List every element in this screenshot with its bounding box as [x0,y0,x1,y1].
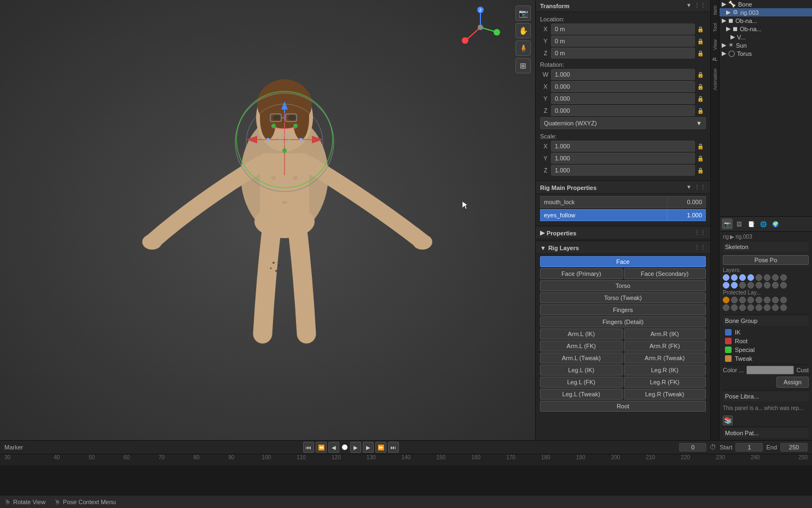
layer-dot-5[interactable] [756,274,762,281]
play-next-keyframe[interactable]: ⏩ [375,442,386,453]
location-x-lock[interactable]: 🔒 [695,24,706,34]
rig-btn-leg-l-ik[interactable]: Leg.L (IK) [540,365,623,376]
rig-layers-collapse[interactable]: ▼ [540,245,546,251]
rig-btn-leg-l-fk[interactable]: Leg.L (FK) [540,377,623,388]
eyes-follow-name[interactable]: eyes_follow [540,209,668,221]
props-scene-icon[interactable]: 🌐 [758,218,769,229]
rotation-w-lock[interactable]: 🔒 [695,69,706,80]
rotation-z-input[interactable]: 0.000 [551,105,695,116]
rig-btn-fingers[interactable]: Fingers [540,304,706,315]
layer-dot-6[interactable] [764,274,770,281]
play-next-frame[interactable]: ▶ [363,442,374,453]
outliner-item-obna2[interactable]: ▶ ◼ Ob-na... [720,25,812,33]
properties-section-header[interactable]: ▶ Properties ⋮⋮ [536,227,710,239]
props-world-icon[interactable]: 🌍 [770,218,781,229]
rig-layers-options[interactable]: ⋮⋮ [694,244,706,251]
rig-btn-leg-r-ik[interactable]: Leg.R (IK) [624,365,706,376]
location-y-lock[interactable]: 🔒 [695,36,706,47]
layer-dot-4[interactable] [747,274,754,281]
transform-options[interactable]: ⋮⋮ [694,2,706,9]
outliner-item-bone[interactable]: ▶ 🦴 Bone [720,0,812,8]
layer-dot-3[interactable] [739,274,746,281]
scale-x-lock[interactable]: 🔒 [695,141,706,152]
item-tab[interactable]: Item [711,2,719,19]
skeleton-section-header[interactable]: Skeleton [723,242,809,252]
layer-dot-7[interactable] [772,274,779,281]
rig-layers-header[interactable]: ▼ Rig Layers ⋮⋮ [536,242,710,254]
scale-y-input[interactable]: 1.000 [551,153,695,164]
play-prev-frame[interactable]: ◀ [328,442,339,453]
location-z-input[interactable]: 0 m [551,48,695,59]
rig-btn-arm-r-ik[interactable]: Arm.R (IK) [624,328,706,339]
play-btn[interactable]: ▶ [350,442,361,453]
protected-dot-6[interactable] [764,297,770,303]
layer-dot-1[interactable] [723,274,729,281]
animation-tab[interactable]: Animation [711,65,719,94]
rotation-y-lock[interactable]: 🔒 [695,93,706,104]
tool-tab[interactable]: Tool [711,20,719,36]
play-prev-keyframe[interactable]: ⏪ [316,442,327,453]
end-frame[interactable]: 250 [780,443,808,452]
mouth-lock-name[interactable]: mouth_lock [540,196,668,208]
protected-dot-2[interactable] [731,297,738,303]
rig-btn-torso[interactable]: Torso [540,280,706,291]
start-frame[interactable]: 1 [735,443,763,452]
rig-main-options[interactable]: ⋮⋮ [694,184,706,191]
grid-tool[interactable]: ⊞ [515,58,531,73]
color-preview[interactable] [746,366,794,374]
pose-library-header[interactable]: Pose Libra... [723,391,809,401]
bone-group-special[interactable]: Special [723,345,809,354]
scale-x-input[interactable]: 1.000 [551,141,695,152]
bone-group-root[interactable]: Root [723,337,809,345]
rotation-x-input[interactable]: 0.000 [551,81,695,92]
bone-group-tweak[interactable]: Tweak [723,354,809,363]
view-tab[interactable]: View [711,36,719,53]
rotation-mode-dropdown[interactable]: Quaternion (WXYZ) ▼ [540,117,706,129]
layer-dot-16[interactable] [780,282,787,288]
rotation-z-lock[interactable]: 🔒 [695,105,706,116]
rig-btn-face-primary[interactable]: Face (Primary) [540,268,623,279]
outliner-item-v[interactable]: ▶ V... [720,33,812,41]
location-z-lock[interactable]: 🔒 [695,48,706,59]
rig-btn-arm-l-tweak[interactable]: Arm.L (Tweak) [540,353,623,363]
layer-dot-11[interactable] [739,282,746,288]
protected-dot-5[interactable] [756,297,762,303]
rig-btn-leg-r-fk[interactable]: Leg.R (FK) [624,377,706,388]
layer-dot-13[interactable] [756,282,762,288]
protected-dot-16[interactable] [780,304,787,311]
props-render-icon[interactable]: 📷 [722,218,733,229]
pose-position-btn[interactable]: Pose Po [723,255,809,265]
rotation-w-input[interactable]: 1.000 [551,69,695,80]
rig-btn-fingers-detail[interactable]: Fingers (Detail) [540,316,706,327]
hand-tool[interactable]: ✋ [515,23,531,38]
rig-btn-face[interactable]: Face [540,256,706,267]
timeline-ruler-area[interactable]: 30 40 50 60 70 80 90 100 110 120 130 140… [0,454,812,495]
rig-main-properties-header[interactable]: Rig Main Properties ▼ ⋮⋮ [536,182,710,194]
rig-main-collapse-arrow[interactable]: ▼ [686,184,692,191]
transform-section-header[interactable]: Transform ▼ ⋮⋮ [536,0,710,12]
protected-dot-13[interactable] [756,304,762,311]
layer-dot-15[interactable] [772,282,779,288]
scale-y-lock[interactable]: 🔒 [695,153,706,164]
figure-tool[interactable]: 🧍 [515,41,531,56]
mouth-lock-value[interactable]: 0.000 [668,196,706,208]
play-to-end[interactable]: ⏭ [388,442,399,453]
play-back-to-start[interactable]: ⏮ [303,442,314,453]
bone-group-section-header[interactable]: Bone Group [723,316,809,326]
rig-btn-leg-l-tweak[interactable]: Leg.L (Tweak) [540,389,623,400]
protected-dot-10[interactable] [731,304,738,311]
protected-dot-14[interactable] [764,304,770,311]
bone-group-ik[interactable]: IK [723,328,809,337]
4l-tab[interactable]: 4L [711,54,718,64]
camera-tool[interactable]: 📷 [515,5,531,21]
layer-dot-10[interactable] [731,282,738,288]
rotation-y-input[interactable]: 0.000 [551,93,695,104]
layer-dot-2[interactable] [731,274,738,281]
layer-dot-14[interactable] [764,282,770,288]
protected-dot-11[interactable] [739,304,746,311]
protected-dot-8[interactable] [780,297,787,303]
rig-btn-arm-l-ik[interactable]: Arm.L (IK) [540,328,623,339]
motion-paths-header[interactable]: Motion Pat... [723,428,809,438]
location-y-input[interactable]: 0 m [551,36,695,47]
outliner-item-obna1[interactable]: ▶ ◼ Ob-na... [720,16,812,25]
